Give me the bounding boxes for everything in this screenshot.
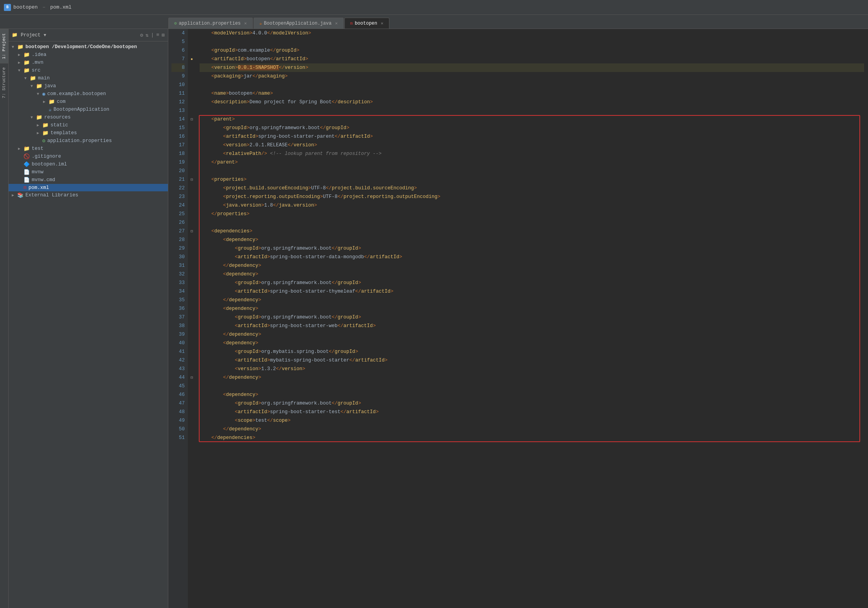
tree-label-pom: pom.xml (29, 185, 49, 191)
line-num-43: 43 (171, 365, 185, 373)
tree-item-iml[interactable]: 🔷 bootopen.iml (9, 160, 168, 168)
code-line-28: <dependency> (200, 236, 864, 244)
folder-icon: 📁 (42, 130, 49, 136)
gutter-9 (188, 72, 196, 81)
line-num-38: 38 (171, 322, 185, 330)
iml-icon: 🔷 (23, 161, 30, 167)
folder-icon: 📁 (23, 59, 30, 66)
editor-area: 4 5 6 7 8 9 10 11 12 13 14 15 16 17 18 1… (168, 29, 868, 608)
gutter-49 (188, 416, 196, 425)
line-num-16: 16 (171, 132, 185, 141)
tree-item-mvn[interactable]: ▶ 📁 .mvn (9, 59, 168, 67)
settings-icon[interactable]: ≡ (156, 32, 159, 38)
gear-icon[interactable]: ⚙ (140, 32, 143, 38)
folder-open-icon: 📁 (36, 83, 42, 89)
tree-item-resources[interactable]: ▼ 📁 resources (9, 113, 168, 121)
code-line-50: </dependency> (200, 425, 864, 434)
code-line-26 (200, 218, 864, 227)
tree-item-gitignore[interactable]: 🚫 .gitignore (9, 153, 168, 160)
code-line-51: </dependencies> (200, 434, 864, 442)
tab-close-java[interactable]: ✕ (335, 21, 338, 26)
line-num-41: 41 (171, 347, 185, 356)
line-num-36: 36 (171, 304, 185, 313)
line-num-4: 4 (171, 29, 185, 38)
folder-icon: 📁 (42, 122, 49, 128)
gutter-46 (188, 390, 196, 399)
sidebar-tab-structure[interactable]: 7: Structure (0, 63, 8, 102)
code-content[interactable]: <modelVersion>4.0.0</modelVersion> <grou… (196, 29, 868, 608)
tree-label-mvnw: mvnw (32, 169, 43, 175)
project-dropdown[interactable]: ▼ (43, 33, 46, 38)
tree-item-main[interactable]: ▼ 📁 main (9, 74, 168, 82)
project-header: 📁 Project ▼ ⚙ ⇅ | ≡ ⊞ (9, 29, 168, 41)
folder-icon: 📁 (23, 146, 30, 152)
maven-icon: m (350, 21, 353, 26)
tree-item-root[interactable]: ▼ 📁 bootopen /Development/CodeOne/bootop… (9, 43, 168, 51)
code-line-43: <version>1.3.2</version> (200, 365, 864, 373)
project-header-left: 📁 Project ▼ (12, 32, 46, 38)
tree-item-package[interactable]: ▼ ◉ com.example.bootopen (9, 90, 168, 98)
gutter-6 (188, 46, 196, 55)
code-line-4: <modelVersion>4.0.0</modelVersion> (200, 29, 864, 38)
gutter-39 (188, 330, 196, 339)
gutter-40 (188, 339, 196, 347)
code-view[interactable]: 4 5 6 7 8 9 10 11 12 13 14 15 16 17 18 1… (168, 29, 868, 608)
code-line-13 (200, 106, 864, 115)
file-name: pom.xml (50, 4, 72, 10)
code-line-6: <groupId>com.example</groupId> (200, 46, 864, 55)
gutter-14[interactable]: ⊟ (188, 115, 196, 124)
tab-pom[interactable]: m bootopen ✕ (344, 18, 389, 29)
tab-label-maven: bootopen (355, 21, 377, 26)
tab-close-props[interactable]: ✕ (244, 21, 247, 26)
tree-label-mvn: .mvn (32, 60, 43, 65)
gutter-50 (188, 425, 196, 434)
line-num-44: 44 (171, 373, 185, 382)
gutter-27[interactable]: ⊟ (188, 227, 196, 236)
tab-close-maven[interactable]: ✕ (381, 21, 384, 26)
tab-bootopen-application[interactable]: ☕ BootopenApplication.java ✕ (254, 18, 344, 29)
tree-label-resources: resources (44, 115, 71, 120)
line-num-35: 35 (171, 296, 185, 304)
tree-item-templates[interactable]: ▶ 📁 templates (9, 129, 168, 137)
tree-label-root: bootopen /Development/CodeOne/bootopen (25, 44, 137, 50)
code-line-19: </parent> (200, 158, 864, 167)
line-num-49: 49 (171, 416, 185, 425)
line-num-45: 45 (171, 382, 185, 390)
line-num-19: 19 (171, 158, 185, 167)
sync-icon[interactable]: ⇅ (146, 32, 149, 38)
code-line-10 (200, 81, 864, 89)
tree-item-java[interactable]: ▼ 📁 java (9, 82, 168, 90)
gutter-21[interactable]: ⊟ (188, 175, 196, 184)
tree-item-com[interactable]: ▶ 📁 com (9, 98, 168, 106)
line-num-39: 39 (171, 330, 185, 339)
tree-item-idea[interactable]: ▶ 📁 .idea (9, 51, 168, 59)
gutter-33 (188, 279, 196, 287)
tree-label-java: java (44, 83, 56, 89)
tab-application-properties[interactable]: ⚙ application.properties ✕ (168, 18, 253, 29)
tree-item-mvnw-cmd[interactable]: 📄 mvnw.cmd (9, 176, 168, 184)
tree-item-src[interactable]: ▼ 📁 src (9, 67, 168, 74)
tree-item-mvnw[interactable]: 📄 mvnw (9, 168, 168, 176)
line-num-33: 33 (171, 279, 185, 287)
gutter-17 (188, 141, 196, 149)
project-tree: ▼ 📁 bootopen /Development/CodeOne/bootop… (9, 41, 168, 608)
project-panel: 📁 Project ▼ ⚙ ⇅ | ≡ ⊞ ▼ 📁 bootopen /Deve… (9, 29, 168, 608)
code-line-40: <dependency> (200, 339, 864, 347)
tree-item-test[interactable]: ▶ 📁 test (9, 145, 168, 153)
tree-item-pom[interactable]: m pom.xml (9, 184, 168, 191)
sidebar-tab-project[interactable]: 1: Project (0, 29, 8, 63)
expand-icon[interactable]: ⊞ (162, 32, 165, 38)
line-num-14: 14 (171, 115, 185, 124)
code-line-37: <groupId>org.springframework.boot</group… (200, 313, 864, 322)
line-num-37: 37 (171, 313, 185, 322)
tree-label-gitignore: .gitignore (32, 154, 61, 159)
line-num-34: 34 (171, 287, 185, 296)
gutter-44[interactable]: ⊟ (188, 373, 196, 382)
tree-item-ext-libs[interactable]: ▶ 📚 External Libraries (9, 191, 168, 199)
gutter-43 (188, 365, 196, 373)
gutter-4 (188, 29, 196, 38)
tree-item-app-props[interactable]: ⚙ application.properties (9, 137, 168, 145)
tree-item-bootopen-app[interactable]: ☕ BootopenApplication (9, 106, 168, 113)
tree-item-static[interactable]: ▶ 📁 static (9, 121, 168, 129)
line-num-51: 51 (171, 434, 185, 442)
